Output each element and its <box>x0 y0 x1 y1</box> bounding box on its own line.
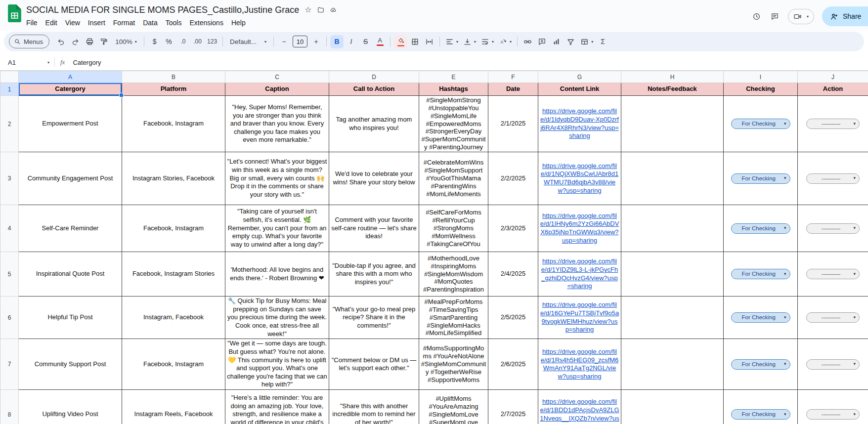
print-button[interactable] <box>83 35 96 48</box>
version-history-button[interactable] <box>751 11 762 22</box>
name-box[interactable]: A1 ▾ <box>8 59 51 66</box>
column-header-a[interactable]: A <box>19 71 122 83</box>
cell-action[interactable]: ----------▾ <box>798 205 868 252</box>
header-cell-notes[interactable]: Notes/Feedback <box>621 83 724 96</box>
cell-content-link[interactable]: https://drive.google.com/file/d/1BDD1dPA… <box>538 390 621 424</box>
cell-platform[interactable]: Facebook, Instagram <box>122 96 225 152</box>
row-header-4[interactable]: 4 <box>0 205 19 252</box>
merge-cells-button[interactable] <box>423 35 436 48</box>
cell-content-link[interactable]: https://drive.google.com/file/d/1Rs4h5HE… <box>538 339 621 390</box>
cell-category[interactable]: Uplifting Video Post <box>19 390 122 424</box>
cell-category[interactable]: Empowerment Post <box>19 96 122 152</box>
cell-call-to-action[interactable]: "What's your go-to meal prep recipe? Sha… <box>329 297 419 339</box>
cell-hashtags[interactable]: #MotherhoodLove #InspiringMoms #SingleMo… <box>419 252 488 297</box>
row-header-2[interactable]: 2 <box>0 96 19 152</box>
action-dropdown[interactable]: ----------▾ <box>806 173 860 184</box>
insert-link-button[interactable] <box>521 35 534 48</box>
menu-view[interactable]: View <box>61 17 84 28</box>
functions-button[interactable]: Σ <box>596 35 609 48</box>
header-cell-date[interactable]: Date <box>488 83 538 96</box>
header-cell-content-link[interactable]: Content Link <box>538 83 621 96</box>
cell-call-to-action[interactable]: "Share this with another incredible mom … <box>329 390 419 424</box>
row-header-7[interactable]: 7 <box>0 339 19 390</box>
checking-dropdown[interactable]: For Checking▾ <box>731 359 790 370</box>
redo-button[interactable] <box>69 35 82 48</box>
cell-notes[interactable] <box>621 390 724 424</box>
decrease-font-size-button[interactable]: − <box>277 35 291 48</box>
column-header-i[interactable]: I <box>724 71 798 83</box>
cell-checking[interactable]: For Checking▾ <box>724 339 798 390</box>
column-header-j[interactable]: J <box>798 71 868 83</box>
insert-comment-button[interactable] <box>535 35 549 48</box>
italic-button[interactable]: I <box>345 35 358 48</box>
action-dropdown[interactable]: ----------▾ <box>806 223 860 234</box>
cell-category[interactable]: Community Support Post <box>19 339 122 390</box>
format-percent-button[interactable]: % <box>162 35 175 48</box>
cell-hashtags[interactable]: #SelfCareForMoms #RefillYourCup #StrongM… <box>419 205 488 252</box>
checking-dropdown[interactable]: For Checking▾ <box>731 173 790 184</box>
cell-date[interactable]: 2/1/2025 <box>488 96 538 152</box>
cell-content-link[interactable]: https://drive.google.com/file/d/1YIDZ9lL… <box>538 252 621 297</box>
more-formats-button[interactable]: 123 <box>205 35 219 48</box>
header-cell-hashtags[interactable]: Hashtags <box>419 83 488 96</box>
menu-extensions[interactable]: Extensions <box>185 17 227 28</box>
action-dropdown[interactable]: ----------▾ <box>806 359 860 370</box>
header-cell-call-to-action[interactable]: Call to Action <box>329 83 419 96</box>
cell-hashtags[interactable]: #SingleMomStrong #UnstoppableYou #Single… <box>419 96 488 152</box>
checking-dropdown[interactable]: For Checking▾ <box>731 269 790 279</box>
cell-caption[interactable]: "Hey, Super Moms! Remember, you are stro… <box>225 96 329 152</box>
header-cell-checking[interactable]: Checking <box>724 83 798 96</box>
cell-notes[interactable] <box>621 96 724 152</box>
menu-insert[interactable]: Insert <box>84 17 109 28</box>
comments-button[interactable] <box>770 11 780 22</box>
cell-hashtags[interactable]: #MealPrepForMoms #TimeSavingTips #SmartP… <box>419 297 488 339</box>
action-dropdown[interactable]: ----------▾ <box>806 409 860 420</box>
column-header-c[interactable]: C <box>225 71 329 83</box>
document-title[interactable]: SOCIAL MEDIA FOR SINGLE MOMS PAGES_Casti… <box>26 5 299 15</box>
cell-date[interactable]: 2/2/2025 <box>488 152 538 205</box>
cell-caption[interactable]: "We get it — some days are tough. But gu… <box>225 339 329 390</box>
drive-link[interactable]: https://drive.google.com/file/d/1NQjXWBs… <box>541 162 619 194</box>
cell-date[interactable]: 2/5/2025 <box>488 297 538 339</box>
cell-checking[interactable]: For Checking▾ <box>724 205 798 252</box>
borders-button[interactable] <box>408 35 422 48</box>
cell-content-link[interactable]: https://drive.google.com/file/d/16GYePu7… <box>538 297 621 339</box>
meet-button[interactable]: ▾ <box>788 9 814 24</box>
row-header-3[interactable]: 3 <box>0 152 19 205</box>
cell-caption[interactable]: "Here's a little reminder: You are doing… <box>225 390 329 424</box>
cell-caption[interactable]: "Let's connect! What's your biggest win … <box>225 152 329 205</box>
text-wrap-button[interactable]: ▾ <box>479 35 496 48</box>
drive-link[interactable]: https://drive.google.com/file/d/1IdyqbD9… <box>540 107 619 139</box>
checking-dropdown[interactable]: For Checking▾ <box>731 409 790 420</box>
header-cell-category[interactable]: Catergory <box>19 83 122 96</box>
column-header-e[interactable]: E <box>419 71 488 83</box>
formula-input[interactable]: Catergory <box>73 59 101 66</box>
font-family-selector[interactable]: Default... ▾ <box>226 35 270 48</box>
row-header-6[interactable]: 6 <box>0 297 19 339</box>
cell-content-link[interactable]: https://drive.google.com/file/d/1NQjXWBs… <box>538 152 621 205</box>
cell-checking[interactable]: For Checking▾ <box>724 252 798 297</box>
row-header-5[interactable]: 5 <box>0 252 19 297</box>
cell-action[interactable]: ----------▾ <box>798 297 868 339</box>
column-header-g[interactable]: G <box>538 71 621 83</box>
cell-notes[interactable] <box>621 205 724 252</box>
cell-hashtags[interactable]: #MomsSupportingMoms #YouAreNotAlone #Sin… <box>419 339 488 390</box>
cell-platform[interactable]: Instagram Stories, Facebook <box>122 152 225 205</box>
cell-notes[interactable] <box>621 252 724 297</box>
cell-notes[interactable] <box>621 297 724 339</box>
cell-caption[interactable]: 🔧 Quick Tip for Busy Moms: Meal prepping… <box>225 297 329 339</box>
zoom-selector[interactable]: 100% ▾ <box>112 35 140 48</box>
action-dropdown[interactable]: ----------▾ <box>806 119 860 129</box>
checking-dropdown[interactable]: For Checking▾ <box>731 312 790 323</box>
column-header-h[interactable]: H <box>621 71 724 83</box>
action-dropdown[interactable]: ----------▾ <box>806 312 860 323</box>
cell-action[interactable]: ----------▾ <box>798 390 868 424</box>
cell-checking[interactable]: For Checking▾ <box>724 297 798 339</box>
menu-data[interactable]: Data <box>139 17 162 28</box>
cell-hashtags[interactable]: #UpliftMoms #YouAreAmazing #SingleMomLov… <box>419 390 488 424</box>
text-rotation-button[interactable]: A ▾ <box>497 35 514 48</box>
cell-call-to-action[interactable]: "Comment below or DM us — let's support … <box>329 339 419 390</box>
cell-action[interactable]: ----------▾ <box>798 339 868 390</box>
horizontal-align-button[interactable]: ▾ <box>443 35 460 48</box>
cell-checking[interactable]: For Checking▾ <box>724 96 798 152</box>
